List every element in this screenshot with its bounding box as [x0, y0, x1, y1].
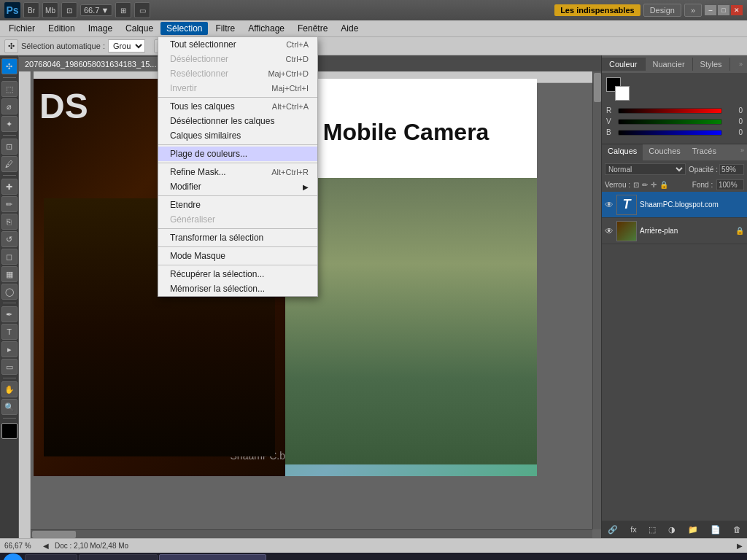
opacity-input[interactable] — [719, 164, 744, 175]
indispensables-button[interactable]: Les indispensables — [554, 4, 640, 16]
dd-reselectionner[interactable]: Resélectionner Maj+Ctrl+D — [158, 66, 317, 81]
dd-deselectionner[interactable]: Désélectionner Ctrl+D — [158, 52, 317, 66]
background-color-swatch[interactable] — [615, 86, 630, 101]
zoom-display[interactable]: 66.7 ▼ — [80, 4, 112, 16]
blend-mode-select[interactable]: Normal — [605, 163, 686, 175]
link-layers-btn[interactable]: 🔗 — [605, 525, 621, 534]
healing-tool[interactable]: ✚ — [1, 179, 18, 195]
r-slider[interactable] — [618, 108, 722, 114]
dd-tout-selectionner[interactable]: Tout sélectionner Ctrl+A — [158, 37, 317, 52]
dd-etendre[interactable]: Etendre — [158, 198, 317, 212]
move-tool[interactable]: ✣ — [1, 58, 18, 74]
dd-invertir[interactable]: Invertir Maj+Ctrl+I — [158, 81, 317, 96]
color-panel-close[interactable]: » — [735, 58, 747, 70]
hand-tool[interactable]: ✋ — [1, 381, 18, 397]
brush-tool[interactable]: ✏ — [1, 196, 18, 212]
taskbar-drive[interactable]: 💾 Hard Drive-1 (J:) — [79, 554, 158, 560]
arrange-btn[interactable]: ⊞ — [115, 2, 131, 18]
marquee-tool[interactable]: ⬚ — [1, 81, 18, 97]
close-button[interactable]: ✕ — [731, 5, 743, 15]
eyedropper-tool[interactable]: 🖊 — [1, 156, 18, 172]
stamp-tool[interactable]: ⎘ — [1, 214, 18, 230]
screen-mode-btn[interactable]: ▭ — [134, 2, 150, 18]
taskbar-software[interactable]: 📁 software — [25, 554, 77, 560]
lock-paint-icon[interactable]: ✏ — [642, 181, 648, 189]
layer-item-background[interactable]: 👁 Arrière-plan 🔒 — [602, 218, 747, 244]
delete-layer-btn[interactable]: 🗑 — [730, 525, 744, 534]
couleur-tab[interactable]: Couleur — [602, 58, 646, 71]
menu-aide[interactable]: Aide — [335, 22, 364, 35]
menu-edition[interactable]: Edition — [42, 22, 81, 35]
zoom-tool[interactable]: 🔍 — [1, 399, 18, 415]
type-tool[interactable]: T — [1, 324, 18, 340]
g-slider[interactable] — [618, 119, 722, 125]
mini-bridge-icon[interactable]: Mb — [42, 2, 58, 18]
dd-sep-6 — [158, 246, 317, 247]
dodge-tool[interactable]: ◯ — [1, 284, 18, 300]
menu-image[interactable]: Image — [82, 22, 118, 35]
new-layer-btn[interactable]: 📄 — [708, 525, 724, 534]
menu-fenetre[interactable]: Fenêtre — [292, 22, 333, 35]
horizontal-scrollbar[interactable] — [31, 529, 592, 538]
start-button[interactable]: ⊞ — [3, 553, 23, 560]
layer-visibility-text[interactable]: 👁 — [605, 200, 614, 210]
nuancier-tab[interactable]: Nuancier — [646, 58, 693, 71]
lock-position-icon[interactable]: ✛ — [651, 181, 657, 189]
fond-input[interactable] — [716, 179, 744, 190]
menu-filtre[interactable]: Filtre — [209, 22, 241, 35]
menu-fichier[interactable]: Fichier — [3, 22, 41, 35]
dd-memoriser-selection[interactable]: Mémoriser la sélection... — [158, 281, 317, 296]
crop-tool[interactable]: ⊡ — [1, 139, 18, 155]
couches-tab[interactable]: Couches — [643, 144, 686, 160]
adjustment-btn[interactable]: ◑ — [665, 525, 678, 534]
menu-calque[interactable]: Calque — [120, 22, 159, 35]
view-mode-btn[interactable]: ⊡ — [61, 2, 77, 18]
move-tool-btn[interactable]: ✣ — [4, 39, 18, 53]
magic-wand-tool[interactable]: ✦ — [1, 116, 18, 132]
dd-generaliser[interactable]: Généraliser — [158, 212, 317, 227]
menu-selection[interactable]: Sélection — [160, 22, 208, 35]
dd-mode-masque[interactable]: Mode Masque — [158, 249, 317, 263]
path-selection-tool[interactable]: ▸ — [1, 341, 18, 357]
lock-transparent-icon[interactable]: ⊡ — [633, 181, 639, 189]
minimize-button[interactable]: – — [705, 5, 716, 15]
status-scroll-left[interactable]: ◀ — [43, 542, 49, 550]
dd-modifier[interactable]: Modifier ▶ — [158, 179, 317, 194]
selection-type-select[interactable]: Grou — [108, 39, 145, 52]
layer-visibility-bg[interactable]: 👁 — [605, 226, 614, 236]
vertical-scrollbar[interactable] — [592, 71, 601, 529]
status-scroll-right[interactable]: ▶ — [737, 542, 743, 550]
history-brush-tool[interactable]: ↺ — [1, 231, 18, 247]
mask-btn[interactable]: ⬚ — [646, 525, 659, 534]
foreground-color[interactable] — [1, 423, 18, 439]
more-workspaces-button[interactable]: » — [684, 4, 702, 17]
gradient-tool[interactable]: ▦ — [1, 266, 18, 282]
shape-tool[interactable]: ▭ — [1, 359, 18, 375]
taskbar-photoshop[interactable]: Ps 20768046_1986058031... — [159, 554, 267, 560]
maximize-button[interactable]: □ — [718, 5, 729, 15]
layer-style-btn[interactable]: fx — [627, 525, 640, 534]
calques-tab[interactable]: Calques — [602, 144, 643, 160]
active-document-tab[interactable]: 20768046_1986058031634183_15... ✕ — [19, 57, 171, 71]
bridge-icon[interactable]: Br — [23, 2, 39, 18]
design-button[interactable]: Design — [643, 4, 681, 17]
eraser-tool[interactable]: ◻ — [1, 249, 18, 265]
traces-tab[interactable]: Tracés — [686, 144, 722, 160]
dd-tous-calques[interactable]: Tous les calques Alt+Ctrl+A — [158, 99, 317, 114]
lock-all-icon[interactable]: 🔒 — [659, 181, 668, 189]
pen-tool[interactable]: ✒ — [1, 306, 18, 322]
lasso-tool[interactable]: ⌀ — [1, 98, 18, 114]
menu-affichage[interactable]: Affichage — [242, 22, 290, 35]
styles-tab[interactable]: Styles — [693, 58, 730, 71]
layer-item-text[interactable]: 👁 T ShaamPC.blogspot.com — [602, 192, 747, 218]
dd-recuperer-selection[interactable]: Récupérer la sélection... — [158, 267, 317, 281]
fond-label: Fond : — [692, 179, 744, 190]
dd-plage-couleurs[interactable]: Plage de couleurs... — [158, 147, 317, 161]
dd-deselectionner-calques[interactable]: Désélectionner les calques — [158, 114, 317, 128]
dd-calques-similaires[interactable]: Calques similaires — [158, 128, 317, 143]
layers-panel-close[interactable]: » — [738, 144, 747, 160]
b-slider[interactable] — [618, 130, 722, 136]
dd-refine-mask[interactable]: Refine Mask... Alt+Ctrl+R — [158, 165, 317, 179]
dd-transformer-selection[interactable]: Transformer la sélection — [158, 230, 317, 245]
group-btn[interactable]: 📁 — [685, 525, 701, 534]
